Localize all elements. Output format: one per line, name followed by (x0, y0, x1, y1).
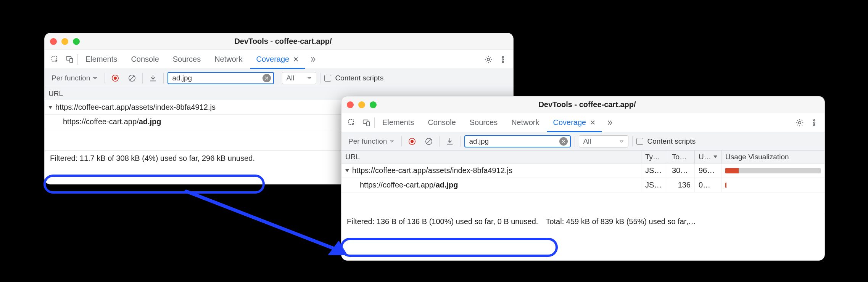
row-url-match: ad.jpg (139, 117, 161, 126)
svg-rect-2 (70, 58, 72, 62)
row-usage (721, 163, 825, 178)
minimize-icon[interactable] (61, 38, 68, 45)
close-tab-icon[interactable]: ✕ (293, 56, 299, 63)
window-title: DevTools - coffee-cart.app/ (85, 37, 508, 46)
disclosure-icon[interactable] (48, 106, 52, 109)
svg-line-21 (427, 139, 431, 143)
tab-console[interactable]: Console (125, 50, 165, 69)
divider (374, 117, 375, 128)
svg-point-8 (114, 76, 117, 79)
divider (632, 136, 633, 147)
row-total: 30… (668, 163, 695, 178)
settings-icon[interactable] (482, 53, 495, 66)
titlebar: DevTools - coffee-cart.app/ (341, 96, 825, 113)
zoom-icon[interactable] (73, 38, 80, 45)
column-type[interactable]: Ty… (641, 151, 668, 163)
device-toggle-icon[interactable] (360, 116, 373, 129)
coverage-toolbar: Per function ✕ All Content scripts (341, 132, 825, 151)
type-filter-select[interactable]: All (579, 135, 628, 147)
granularity-label: Per function (348, 137, 387, 146)
column-url[interactable]: URL (341, 151, 641, 163)
settings-icon[interactable] (793, 116, 806, 129)
clear-button[interactable] (126, 72, 138, 85)
type-filter-select[interactable]: All (282, 72, 316, 84)
close-icon[interactable] (347, 101, 354, 108)
more-menu-icon[interactable] (496, 53, 509, 66)
tab-coverage[interactable]: Coverage ✕ (547, 113, 602, 132)
divider (278, 73, 278, 83)
status-bar: Filtered: 136 B of 136 B (100%) used so … (341, 214, 825, 229)
row-type: JS… (641, 178, 668, 192)
table-row[interactable]: https://coffee-cart.app/ad.jpg JS… 136 0… (341, 178, 825, 192)
url-filter-input[interactable]: ✕ (167, 72, 274, 84)
inspect-icon[interactable] (48, 53, 61, 66)
table-body: https://coffee-cart.app/assets/index-8bf… (341, 163, 825, 192)
export-button[interactable] (147, 72, 159, 85)
more-tabs-icon[interactable] (306, 53, 319, 66)
row-url-prefix: https://coffee-cart.app/ (63, 117, 139, 126)
svg-point-3 (487, 58, 490, 60)
traffic-lights (50, 38, 80, 45)
export-button[interactable] (443, 135, 456, 148)
svg-point-4 (502, 56, 504, 58)
tab-sources[interactable]: Sources (464, 113, 504, 132)
divider (401, 136, 402, 147)
svg-line-22 (186, 191, 336, 249)
divider (460, 136, 461, 147)
record-button[interactable] (109, 72, 122, 85)
tab-console[interactable]: Console (422, 113, 462, 132)
device-toggle-icon[interactable] (63, 53, 76, 66)
titlebar: DevTools - coffee-cart.app/ (45, 33, 513, 50)
minimize-icon[interactable] (358, 101, 365, 108)
clear-filter-icon[interactable]: ✕ (262, 74, 271, 82)
svg-point-19 (411, 139, 414, 143)
record-button[interactable] (406, 135, 419, 148)
clear-filter-icon[interactable]: ✕ (559, 137, 568, 146)
divider (575, 136, 575, 147)
zoom-icon[interactable] (370, 101, 377, 108)
url-filter-field[interactable] (469, 137, 559, 146)
traffic-lights (347, 101, 377, 108)
disclosure-icon[interactable] (345, 169, 349, 172)
column-unused[interactable]: U… (695, 151, 721, 163)
svg-point-14 (799, 121, 801, 123)
more-tabs-icon[interactable] (603, 116, 616, 129)
url-filter-input[interactable]: ✕ (464, 135, 571, 147)
granularity-select[interactable]: Per function (48, 74, 101, 82)
svg-rect-13 (367, 122, 369, 126)
tab-elements[interactable]: Elements (376, 113, 420, 132)
inspect-icon[interactable] (345, 116, 358, 129)
tab-coverage[interactable]: Coverage ✕ (250, 50, 305, 69)
tab-network[interactable]: Network (505, 113, 545, 132)
divider (105, 73, 105, 83)
tab-sources[interactable]: Sources (167, 50, 207, 69)
usage-bar (725, 183, 821, 188)
tab-label: Coverage (553, 118, 586, 127)
type-filter-value: All (583, 137, 591, 146)
content-scripts-checkbox[interactable] (636, 138, 643, 145)
annotation-arrow-icon (183, 188, 351, 261)
divider (439, 136, 440, 147)
svg-point-5 (502, 59, 504, 60)
table-row[interactable]: https://coffee-cart.app/assets/index-8bf… (341, 163, 825, 178)
usage-bar (725, 168, 821, 173)
url-filter-field[interactable] (172, 74, 262, 82)
row-unused: 96… (695, 163, 721, 178)
more-menu-icon[interactable] (808, 116, 821, 129)
close-icon[interactable] (50, 38, 57, 45)
svg-line-10 (130, 76, 134, 80)
svg-point-17 (813, 124, 815, 126)
row-url: https://coffee-cart.app/assets/index-8bf… (55, 103, 216, 112)
column-usage[interactable]: Usage Visualization (721, 151, 825, 163)
row-usage (721, 178, 825, 192)
column-total[interactable]: To… (668, 151, 695, 163)
divider (320, 73, 320, 83)
content-scripts-checkbox[interactable] (324, 75, 331, 82)
close-tab-icon[interactable]: ✕ (590, 119, 596, 126)
tab-network[interactable]: Network (208, 50, 248, 69)
status-filtered: Filtered: 136 B of 136 B (100%) used so … (347, 217, 538, 226)
tab-elements[interactable]: Elements (79, 50, 123, 69)
svg-point-15 (813, 119, 815, 121)
clear-button[interactable] (422, 135, 435, 148)
granularity-select[interactable]: Per function (345, 137, 398, 146)
